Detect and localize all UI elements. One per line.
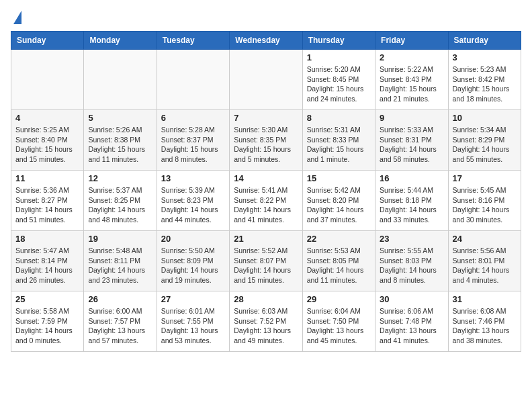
calendar-table: SundayMondayTuesdayWednesdayThursdayFrid… — [11, 31, 521, 352]
day-number: 17 — [453, 173, 517, 183]
weekday-header-wednesday: Wednesday — [230, 32, 302, 50]
day-number: 24 — [453, 234, 517, 244]
calendar-cell: 16Sunrise: 5:44 AMSunset: 8:18 PMDayligh… — [375, 171, 448, 231]
day-number: 10 — [453, 113, 517, 123]
day-number: 11 — [15, 173, 79, 183]
calendar-cell: 18Sunrise: 5:47 AMSunset: 8:14 PMDayligh… — [11, 231, 84, 291]
calendar-cell: 14Sunrise: 5:41 AMSunset: 8:22 PMDayligh… — [230, 171, 302, 231]
calendar-cell: 27Sunrise: 6:01 AMSunset: 7:55 PMDayligh… — [157, 291, 229, 352]
calendar-cell: 4Sunrise: 5:25 AMSunset: 8:40 PMDaylight… — [11, 110, 84, 171]
day-number: 22 — [307, 234, 371, 244]
calendar-cell: 24Sunrise: 5:56 AMSunset: 8:01 PMDayligh… — [448, 231, 521, 291]
calendar-cell: 21Sunrise: 5:52 AMSunset: 8:07 PMDayligh… — [230, 231, 302, 291]
calendar-cell: 19Sunrise: 5:48 AMSunset: 8:11 PMDayligh… — [84, 231, 157, 291]
day-info: Sunrise: 6:03 AMSunset: 7:52 PMDaylight:… — [234, 306, 298, 346]
day-number: 5 — [88, 113, 152, 123]
day-number: 1 — [307, 52, 371, 62]
weekday-header-friday: Friday — [375, 32, 448, 50]
day-info: Sunrise: 5:39 AMSunset: 8:23 PMDaylight:… — [161, 185, 225, 225]
weekday-header-tuesday: Tuesday — [157, 32, 229, 50]
calendar-cell: 7Sunrise: 5:30 AMSunset: 8:35 PMDaylight… — [230, 110, 302, 171]
calendar-cell: 9Sunrise: 5:33 AMSunset: 8:31 PMDaylight… — [375, 110, 448, 171]
weekday-header-saturday: Saturday — [448, 32, 521, 50]
day-info: Sunrise: 5:48 AMSunset: 8:11 PMDaylight:… — [88, 246, 152, 285]
calendar-cell: 15Sunrise: 5:42 AMSunset: 8:20 PMDayligh… — [302, 171, 375, 231]
day-number: 15 — [307, 173, 371, 183]
day-info: Sunrise: 5:41 AMSunset: 8:22 PMDaylight:… — [234, 185, 298, 225]
day-number: 30 — [380, 294, 443, 304]
calendar-cell: 28Sunrise: 6:03 AMSunset: 7:52 PMDayligh… — [230, 291, 302, 352]
day-number: 29 — [307, 294, 371, 304]
day-info: Sunrise: 5:33 AMSunset: 8:31 PMDaylight:… — [380, 125, 443, 165]
calendar-cell: 20Sunrise: 5:50 AMSunset: 8:09 PMDayligh… — [157, 231, 229, 291]
week-row-4: 18Sunrise: 5:47 AMSunset: 8:14 PMDayligh… — [11, 231, 521, 291]
day-number: 19 — [88, 234, 152, 244]
day-info: Sunrise: 6:08 AMSunset: 7:46 PMDaylight:… — [453, 306, 517, 346]
calendar-cell: 10Sunrise: 5:34 AMSunset: 8:29 PMDayligh… — [448, 110, 521, 171]
day-info: Sunrise: 5:55 AMSunset: 8:03 PMDaylight:… — [380, 246, 443, 285]
day-info: Sunrise: 5:34 AMSunset: 8:29 PMDaylight:… — [453, 125, 517, 165]
day-info: Sunrise: 5:22 AMSunset: 8:43 PMDaylight:… — [380, 64, 443, 104]
day-info: Sunrise: 5:47 AMSunset: 8:14 PMDaylight:… — [15, 246, 79, 285]
day-number: 18 — [15, 234, 79, 244]
day-info: Sunrise: 5:50 AMSunset: 8:09 PMDaylight:… — [161, 246, 225, 285]
day-info: Sunrise: 5:28 AMSunset: 8:37 PMDaylight:… — [161, 125, 225, 165]
day-info: Sunrise: 5:44 AMSunset: 8:18 PMDaylight:… — [380, 185, 443, 225]
day-info: Sunrise: 5:36 AMSunset: 8:27 PMDaylight:… — [15, 185, 79, 225]
calendar-cell: 1Sunrise: 5:20 AMSunset: 8:45 PMDaylight… — [302, 50, 375, 110]
day-number: 8 — [307, 113, 371, 123]
day-info: Sunrise: 6:01 AMSunset: 7:55 PMDaylight:… — [161, 306, 225, 346]
calendar-cell — [157, 50, 229, 110]
calendar-cell: 13Sunrise: 5:39 AMSunset: 8:23 PMDayligh… — [157, 171, 229, 231]
day-info: Sunrise: 5:23 AMSunset: 8:42 PMDaylight:… — [453, 64, 517, 104]
calendar-header-row: SundayMondayTuesdayWednesdayThursdayFrid… — [11, 32, 521, 50]
day-number: 6 — [161, 113, 225, 123]
calendar-cell: 25Sunrise: 5:58 AMSunset: 7:59 PMDayligh… — [11, 291, 84, 352]
day-info: Sunrise: 5:52 AMSunset: 8:07 PMDaylight:… — [234, 246, 298, 285]
calendar-cell: 8Sunrise: 5:31 AMSunset: 8:33 PMDaylight… — [302, 110, 375, 171]
calendar-cell: 22Sunrise: 5:53 AMSunset: 8:05 PMDayligh… — [302, 231, 375, 291]
week-row-2: 4Sunrise: 5:25 AMSunset: 8:40 PMDaylight… — [11, 110, 521, 171]
calendar-cell — [11, 50, 84, 110]
day-info: Sunrise: 5:37 AMSunset: 8:25 PMDaylight:… — [88, 185, 152, 225]
day-info: Sunrise: 5:53 AMSunset: 8:05 PMDaylight:… — [307, 246, 371, 285]
week-row-1: 1Sunrise: 5:20 AMSunset: 8:45 PMDaylight… — [11, 50, 521, 110]
day-number: 4 — [15, 113, 79, 123]
day-info: Sunrise: 5:42 AMSunset: 8:20 PMDaylight:… — [307, 185, 371, 225]
day-number: 28 — [234, 294, 298, 304]
calendar-cell: 6Sunrise: 5:28 AMSunset: 8:37 PMDaylight… — [157, 110, 229, 171]
page-header — [11, 11, 521, 26]
day-info: Sunrise: 6:04 AMSunset: 7:50 PMDaylight:… — [307, 306, 371, 346]
day-number: 27 — [161, 294, 225, 304]
calendar-cell: 3Sunrise: 5:23 AMSunset: 8:42 PMDaylight… — [448, 50, 521, 110]
day-info: Sunrise: 5:26 AMSunset: 8:38 PMDaylight:… — [88, 125, 152, 165]
day-info: Sunrise: 5:30 AMSunset: 8:35 PMDaylight:… — [234, 125, 298, 165]
day-info: Sunrise: 5:31 AMSunset: 8:33 PMDaylight:… — [307, 125, 371, 165]
day-info: Sunrise: 6:06 AMSunset: 7:48 PMDaylight:… — [380, 306, 443, 346]
day-number: 23 — [380, 234, 443, 244]
weekday-header-monday: Monday — [84, 32, 157, 50]
day-number: 25 — [15, 294, 79, 304]
day-number: 2 — [380, 52, 443, 62]
day-number: 20 — [161, 234, 225, 244]
calendar-cell: 2Sunrise: 5:22 AMSunset: 8:43 PMDaylight… — [375, 50, 448, 110]
day-number: 3 — [453, 52, 517, 62]
day-info: Sunrise: 5:56 AMSunset: 8:01 PMDaylight:… — [453, 246, 517, 285]
calendar-cell: 29Sunrise: 6:04 AMSunset: 7:50 PMDayligh… — [302, 291, 375, 352]
calendar-cell: 17Sunrise: 5:45 AMSunset: 8:16 PMDayligh… — [448, 171, 521, 231]
day-number: 7 — [234, 113, 298, 123]
day-info: Sunrise: 5:25 AMSunset: 8:40 PMDaylight:… — [15, 125, 79, 165]
day-number: 13 — [161, 173, 225, 183]
calendar-cell — [84, 50, 157, 110]
calendar-cell: 12Sunrise: 5:37 AMSunset: 8:25 PMDayligh… — [84, 171, 157, 231]
day-number: 9 — [380, 113, 443, 123]
calendar-cell: 30Sunrise: 6:06 AMSunset: 7:48 PMDayligh… — [375, 291, 448, 352]
logo-triangle-icon — [13, 11, 21, 24]
day-number: 12 — [88, 173, 152, 183]
weekday-header-sunday: Sunday — [11, 32, 84, 50]
calendar-cell: 26Sunrise: 6:00 AMSunset: 7:57 PMDayligh… — [84, 291, 157, 352]
calendar-cell: 31Sunrise: 6:08 AMSunset: 7:46 PMDayligh… — [448, 291, 521, 352]
week-row-3: 11Sunrise: 5:36 AMSunset: 8:27 PMDayligh… — [11, 171, 521, 231]
day-number: 14 — [234, 173, 298, 183]
day-info: Sunrise: 5:58 AMSunset: 7:59 PMDaylight:… — [15, 306, 79, 346]
